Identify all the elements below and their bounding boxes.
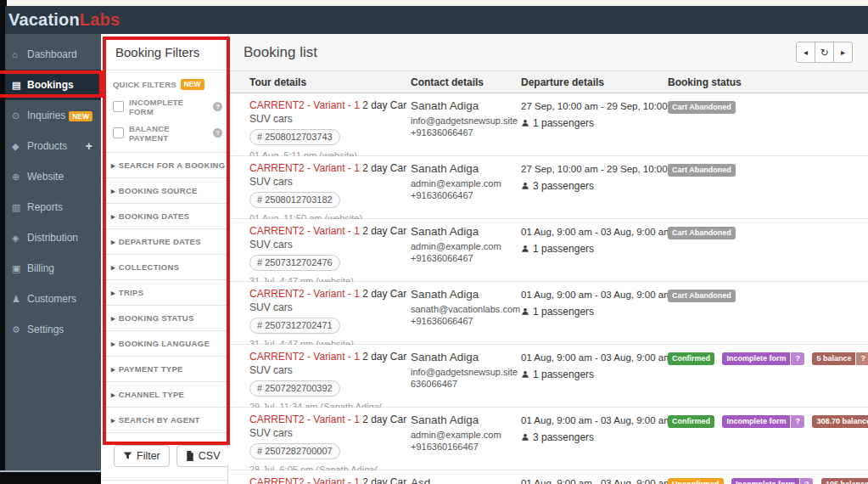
dashboard-icon: ⌂ xyxy=(12,39,27,70)
next-page-button[interactable]: ▸ xyxy=(833,42,853,63)
booking-id-badge: # 2507312702476 xyxy=(249,255,340,271)
contact-name: Asd xyxy=(411,476,519,484)
filter-section-booking-status[interactable]: BOOKING STATUS xyxy=(101,305,227,330)
app-logo: VacationLabs xyxy=(8,6,120,34)
filter-section-search-booking[interactable]: SEARCH FOR A BOOKING xyxy=(101,152,227,177)
refresh-icon: ↻ xyxy=(820,47,828,59)
left-edge xyxy=(0,6,5,484)
sidebar-item-label: Products xyxy=(27,140,67,152)
column-header-tour: Tour details xyxy=(249,71,306,93)
help-icon[interactable] xyxy=(213,102,222,111)
sidebar-item-label: Reports xyxy=(27,201,63,213)
help-icon[interactable] xyxy=(213,128,222,138)
booking-id-badge: # 2507312702471 xyxy=(249,318,340,334)
table-row[interactable]: CARRENT2 - Variant - 1 2 day Car Re… SUV… xyxy=(228,282,868,345)
passenger-icon xyxy=(521,119,529,127)
passenger-count: 1 passengers xyxy=(533,243,594,255)
table-row[interactable]: CARRENT2 - Variant - 1 2 day Car Re… Asd… xyxy=(228,470,868,484)
column-header-contact: Contact details xyxy=(411,71,484,93)
logo-primary: Vacation xyxy=(8,10,80,29)
filter-section-trips[interactable]: TRIPS xyxy=(101,279,227,305)
booking-id-badge: # 2508012703182 xyxy=(249,192,340,208)
sidebar-item-settings[interactable]: ⚙Settings xyxy=(0,314,101,345)
departure-dates: 01 Aug, 9:00 am - 03 Aug, 9:00 am xyxy=(521,352,667,363)
tour-link[interactable]: CARRENT2 - Variant - 1 xyxy=(249,476,360,484)
table-row[interactable]: CARRENT2 - Variant - 1 2 day Car Re… SUV… xyxy=(228,93,868,156)
filter-section-search-by-agent[interactable]: SEARCH BY AGENT xyxy=(101,407,227,432)
tour-suffix: 2 day Car Re… xyxy=(360,351,407,363)
products-icon: ◆ xyxy=(12,131,27,161)
table-row[interactable]: CARRENT2 - Variant - 1 2 day Car Re… SUV… xyxy=(228,408,868,470)
tour-category: SUV cars xyxy=(249,301,407,313)
departure-dates: 01 Aug, 9:00 am - 03 Aug, 9:00 am xyxy=(521,290,667,300)
tour-category: SUV cars xyxy=(249,427,407,439)
sidebar-item-dashboard[interactable]: ⌂Dashboard xyxy=(0,39,101,70)
status-badge: Confirmed xyxy=(668,415,714,428)
filter-section-channel-type[interactable]: CHANNEL TYPE xyxy=(101,381,227,407)
plus-icon[interactable]: + xyxy=(86,131,92,161)
new-badge: NEW xyxy=(181,79,204,90)
balance-payment-checkbox[interactable] xyxy=(113,127,124,138)
filter-section-booking-source[interactable]: BOOKING SOURCE xyxy=(101,177,227,203)
departure-dates: 01 Aug, 9:00 am - 03 Aug, 9:00 am xyxy=(521,478,667,484)
tour-category: SUV cars xyxy=(249,239,407,250)
tour-link[interactable]: CARRENT2 - Variant - 1 xyxy=(249,225,360,237)
sidebar-item-reports[interactable]: ▥Reports xyxy=(0,192,101,222)
badge-help-icon[interactable]: ? xyxy=(800,478,814,484)
tour-suffix: 2 day Car Re… xyxy=(360,476,407,484)
filter-section-payment-type[interactable]: PAYMENT TYPE xyxy=(101,356,227,381)
prev-icon: ◂ xyxy=(804,48,808,57)
table-row[interactable]: CARRENT2 - Variant - 1 2 day Car Re… SUV… xyxy=(228,345,868,408)
billing-icon: ▣ xyxy=(12,253,27,284)
tour-link[interactable]: CARRENT2 - Variant - 1 xyxy=(249,288,360,300)
sidebar-item-label: Distribution xyxy=(27,232,78,244)
badge-help-icon[interactable]: ? xyxy=(856,352,868,365)
sidebar-item-distribution[interactable]: ◈Distribution xyxy=(0,222,101,253)
sidebar-item-website[interactable]: ⊕Website xyxy=(0,161,101,192)
filter-section-booking-language[interactable]: BOOKING LANGUAGE xyxy=(101,330,227,356)
prev-page-button[interactable]: ◂ xyxy=(796,42,815,63)
filter-section-booking-dates[interactable]: BOOKING DATES xyxy=(101,203,227,228)
tour-link[interactable]: CARRENT2 - Variant - 1 xyxy=(249,162,360,174)
csv-button-label: CSV xyxy=(199,450,221,462)
tour-suffix: 2 day Car Re… xyxy=(360,288,407,300)
sidebar-item-customers[interactable]: ♟Customers xyxy=(0,284,101,314)
sidebar-item-inquiries[interactable]: ⊙InquiriesNEW xyxy=(0,100,101,131)
bookings-icon: ▤ xyxy=(12,70,27,100)
status-badge: Cart Abandoned xyxy=(668,164,736,177)
top-corner xyxy=(0,0,7,6)
filter-section-departure-dates[interactable]: DEPARTURE DATES xyxy=(101,228,227,254)
sidebar-item-bookings[interactable]: ▤Bookings xyxy=(0,70,101,100)
tour-link[interactable]: CARRENT2 - Variant - 1 xyxy=(249,414,360,425)
funnel-icon xyxy=(123,451,132,460)
passenger-icon xyxy=(521,245,529,253)
incomplete-form-label: INCOMPLETE FORM xyxy=(129,98,209,116)
tour-link[interactable]: CARRENT2 - Variant - 1 xyxy=(249,351,360,363)
contact-email: admin@example.com xyxy=(411,430,519,440)
contact-name: Sanath Adiga xyxy=(411,99,519,112)
caret-right-icon xyxy=(111,340,115,348)
sidebar-nav: ⌂Dashboard ▤Bookings ⊙InquiriesNEW ◆Prod… xyxy=(0,34,101,472)
sidebar-item-billing[interactable]: ▣Billing xyxy=(0,253,101,284)
badge-help-icon[interactable]: ? xyxy=(791,415,804,428)
caret-right-icon xyxy=(111,263,115,272)
booking-list-panel: Booking list ◂ ↻ ▸ Tour details Contact … xyxy=(228,34,868,484)
csv-button[interactable]: CSV xyxy=(176,445,230,467)
tour-suffix: 2 day Car Re… xyxy=(360,99,407,111)
incomplete-form-checkbox[interactable] xyxy=(113,101,124,112)
refresh-button[interactable]: ↻ xyxy=(815,42,834,63)
badge-help-icon[interactable]: ? xyxy=(791,352,804,365)
filter-section-label: TRIPS xyxy=(119,288,143,297)
filter-section-collections[interactable]: COLLECTIONS xyxy=(101,254,227,279)
tour-link[interactable]: CARRENT2 - Variant - 1 xyxy=(249,99,360,111)
passenger-count: 1 passengers xyxy=(533,117,594,129)
table-row[interactable]: CARRENT2 - Variant - 1 2 day Car Re… SUV… xyxy=(228,219,868,282)
passenger-count: 1 passengers xyxy=(533,306,594,318)
table-row[interactable]: CARRENT2 - Variant - 1 2 day Car Re… SUV… xyxy=(228,156,868,219)
status-badge: Cart Abandoned xyxy=(668,227,736,239)
booking-id-badge: # 2507282700007 xyxy=(249,443,340,459)
caret-right-icon xyxy=(111,365,115,374)
logo-secondary: Labs xyxy=(80,10,120,29)
filter-button[interactable]: Filter xyxy=(114,445,170,467)
sidebar-item-products[interactable]: ◆Products+ xyxy=(0,131,101,161)
